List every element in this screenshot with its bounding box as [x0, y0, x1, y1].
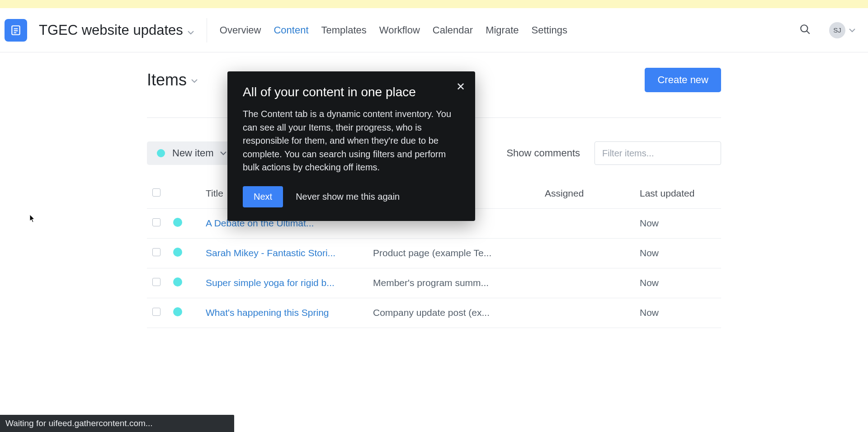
avatar-initials: SJ	[833, 26, 841, 34]
row-checkbox[interactable]	[152, 278, 160, 286]
onboarding-next-button[interactable]: Next	[243, 186, 283, 207]
item-assigned	[545, 298, 640, 328]
document-icon	[10, 24, 22, 36]
new-item-label: New item	[172, 147, 214, 159]
onboarding-actions: Next Never show me this again	[243, 186, 460, 207]
item-assigned	[545, 208, 640, 238]
item-template: Company update post (ex...	[373, 307, 534, 318]
nav-templates[interactable]: Templates	[321, 24, 367, 36]
chevron-down-icon	[188, 22, 194, 38]
avatar: SJ	[829, 22, 845, 38]
project-name: TGEC website updates	[39, 22, 183, 38]
nav-settings[interactable]: Settings	[532, 24, 568, 36]
browser-status-bar: Waiting for uifeed.gathercontent.com...	[0, 415, 234, 432]
status-dot-icon	[173, 248, 182, 257]
filter-items-input[interactable]	[594, 141, 721, 165]
table-row[interactable]: What's happening this Spring Company upd…	[147, 298, 721, 328]
onboarding-body: The Content tab is a dynamic content inv…	[243, 108, 460, 174]
col-last-updated[interactable]: Last updated	[640, 178, 721, 208]
new-item-dropdown[interactable]: New item	[147, 141, 236, 165]
onboarding-title: All of your content in one place	[243, 85, 460, 99]
item-updated: Now	[640, 277, 659, 288]
table-row[interactable]: Sarah Mikey - Fantastic Stori... Product…	[147, 238, 721, 268]
row-checkbox[interactable]	[152, 218, 160, 226]
row-checkbox[interactable]	[152, 308, 160, 316]
status-dot-icon	[173, 277, 182, 286]
chevron-down-icon	[220, 149, 226, 157]
onboarding-skip-link[interactable]: Never show me this again	[296, 192, 400, 202]
search-icon[interactable]	[799, 23, 811, 37]
status-dot-icon	[173, 307, 182, 316]
app-logo[interactable]	[5, 19, 27, 42]
nav-overview[interactable]: Overview	[220, 24, 261, 36]
nav-content[interactable]: Content	[274, 24, 308, 36]
onboarding-popover: ✕ All of your content in one place The C…	[227, 71, 475, 221]
close-icon[interactable]: ✕	[456, 81, 465, 92]
select-all-checkbox[interactable]	[152, 188, 160, 197]
svg-line-5	[807, 31, 810, 34]
show-comments-toggle[interactable]: Show comments	[506, 147, 580, 159]
item-updated: Now	[640, 307, 659, 318]
item-updated: Now	[640, 248, 659, 258]
chevron-down-icon	[191, 74, 198, 86]
item-updated: Now	[640, 218, 659, 228]
main-nav: Overview Content Templates Workflow Cale…	[220, 24, 567, 36]
col-assigned[interactable]: Assigned	[545, 178, 640, 208]
status-dot-icon	[173, 218, 182, 227]
nav-calendar[interactable]: Calendar	[433, 24, 473, 36]
item-assigned	[545, 238, 640, 268]
create-new-button[interactable]: Create new	[645, 68, 721, 92]
chevron-down-icon	[849, 26, 855, 34]
item-assigned	[545, 268, 640, 298]
item-title-link[interactable]: What's happening this Spring	[206, 307, 362, 318]
app-header: TGEC website updates Overview Content Te…	[0, 8, 868, 52]
row-checkbox[interactable]	[152, 248, 160, 256]
user-menu[interactable]: SJ	[829, 22, 855, 38]
svg-point-4	[801, 25, 807, 32]
project-switcher[interactable]: TGEC website updates	[39, 18, 207, 42]
item-template: Member's program summ...	[373, 277, 534, 288]
nav-workflow[interactable]: Workflow	[379, 24, 420, 36]
item-template: Product page (example Te...	[373, 248, 534, 258]
browser-top-strip	[0, 0, 868, 8]
item-title-link[interactable]: Super simple yoga for rigid b...	[206, 277, 362, 288]
item-title-link[interactable]: Sarah Mikey - Fantastic Stori...	[206, 248, 362, 258]
cursor-icon	[29, 214, 36, 223]
status-dot-icon	[157, 149, 165, 157]
nav-migrate[interactable]: Migrate	[486, 24, 519, 36]
page-title-text: Items	[147, 70, 187, 89]
page-title-dropdown[interactable]: Items	[147, 70, 198, 89]
table-row[interactable]: Super simple yoga for rigid b... Member'…	[147, 268, 721, 298]
